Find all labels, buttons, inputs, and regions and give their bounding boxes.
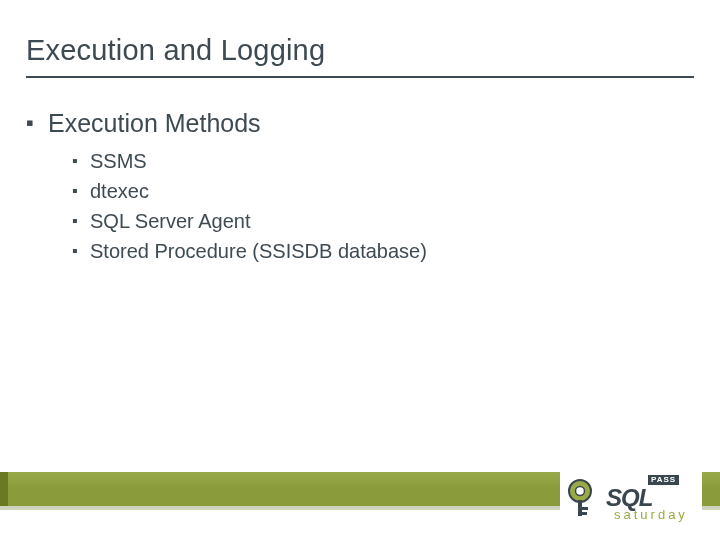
svg-rect-2 bbox=[578, 500, 582, 516]
bullet-level2: ▪ SQL Server Agent bbox=[72, 208, 686, 234]
square-bullet-icon: ▪ bbox=[72, 148, 90, 174]
sql-saturday-logo: PASS SQL saturday bbox=[560, 470, 702, 526]
square-bullet-icon: ▪ bbox=[72, 238, 90, 264]
bullet-level1: ▪ Execution Methods bbox=[26, 108, 686, 138]
footer-accent-dark bbox=[0, 472, 8, 506]
slide: Execution and Logging ▪ Execution Method… bbox=[0, 0, 720, 540]
logo-badge: PASS bbox=[648, 475, 679, 485]
bullet-level2: ▪ dtexec bbox=[72, 178, 686, 204]
square-bullet-icon: ▪ bbox=[72, 178, 90, 204]
square-bullet-icon: ▪ bbox=[26, 108, 48, 138]
bullet-text: SSMS bbox=[90, 148, 147, 174]
key-icon bbox=[566, 477, 600, 519]
svg-rect-4 bbox=[582, 512, 587, 515]
svg-point-1 bbox=[576, 487, 585, 496]
sub-bullets: ▪ SSMS ▪ dtexec ▪ SQL Server Agent ▪ Sto… bbox=[72, 148, 686, 264]
svg-rect-3 bbox=[582, 507, 588, 510]
bullet-level2: ▪ Stored Procedure (SSISDB database) bbox=[72, 238, 686, 264]
title-underline bbox=[26, 76, 694, 78]
logo-sub-text: saturday bbox=[614, 508, 688, 521]
content-area: ▪ Execution Methods ▪ SSMS ▪ dtexec ▪ SQ… bbox=[26, 108, 686, 268]
logo-text-block: PASS SQL saturday bbox=[606, 475, 688, 521]
bullet-text: Execution Methods bbox=[48, 108, 261, 138]
square-bullet-icon: ▪ bbox=[72, 208, 90, 234]
slide-title: Execution and Logging bbox=[26, 34, 325, 67]
bullet-level2: ▪ SSMS bbox=[72, 148, 686, 174]
bullet-text: dtexec bbox=[90, 178, 149, 204]
bullet-text: SQL Server Agent bbox=[90, 208, 250, 234]
bullet-text: Stored Procedure (SSISDB database) bbox=[90, 238, 427, 264]
